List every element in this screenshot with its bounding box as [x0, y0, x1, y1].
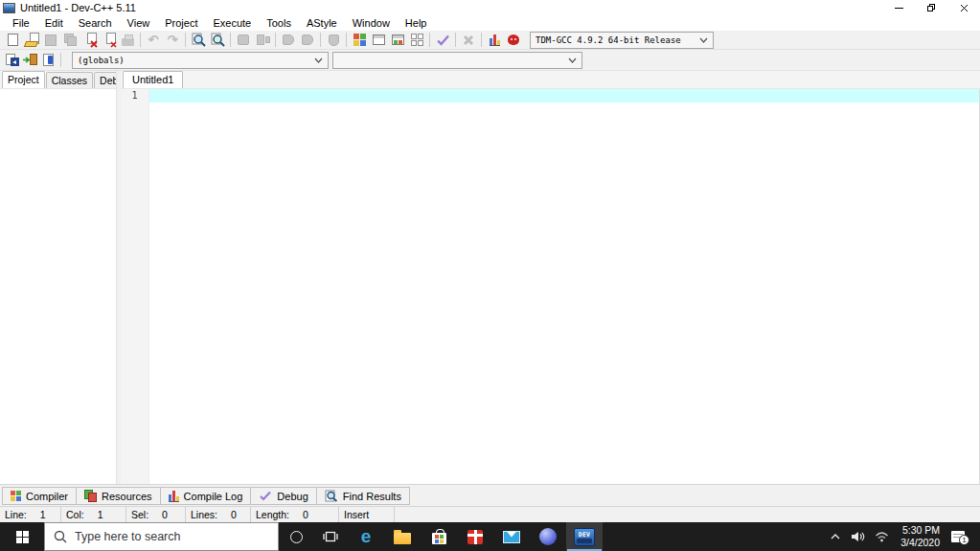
current-line-highlight [149, 89, 979, 103]
save-all-button[interactable] [60, 32, 80, 49]
taskbar-mail[interactable] [493, 522, 530, 551]
action-center-button[interactable]: 1 [946, 531, 975, 542]
remove-from-project-button[interactable] [369, 32, 388, 49]
restore-button[interactable] [915, 0, 947, 15]
tray-network-button[interactable] [870, 531, 894, 542]
rebuild-button[interactable] [298, 32, 317, 49]
tab-resources-label: Resources [102, 491, 152, 502]
taskbar-search[interactable] [44, 522, 279, 551]
syntax-check-icon [436, 34, 450, 46]
line-number-gutter: 1 [121, 89, 149, 484]
menu-execute[interactable]: Execute [205, 15, 259, 31]
tab-classes[interactable]: Classes [46, 72, 93, 88]
taskbar-devcpp[interactable]: DEV [566, 522, 603, 551]
toggle-bookmarks-icon [23, 54, 37, 66]
close-file-button[interactable] [80, 32, 99, 49]
member-select[interactable] [332, 52, 582, 69]
project-properties-button[interactable] [407, 32, 426, 49]
redo-button[interactable]: ↷ [163, 32, 182, 49]
cortana-button[interactable] [279, 522, 313, 551]
profile-analysis-button[interactable] [485, 32, 504, 49]
run-button[interactable] [253, 32, 272, 49]
compiler-grid-icon [11, 491, 21, 501]
save-button[interactable] [41, 32, 60, 49]
taskbar-gift-app[interactable] [457, 522, 493, 551]
tab-find-results[interactable]: Find Results [316, 487, 410, 505]
project-tree-panel[interactable] [0, 89, 116, 484]
menu-view[interactable]: View [120, 15, 158, 31]
editor-tab-untitled1[interactable]: Untitled1 [123, 71, 183, 88]
undo-button[interactable]: ↶ [144, 32, 163, 49]
task-view-icon [323, 530, 338, 543]
clock-time: 5:30 PM [900, 524, 940, 537]
find-button[interactable] [189, 32, 208, 49]
compile-icon [238, 34, 249, 45]
menu-help[interactable]: Help [398, 15, 435, 31]
separator [481, 33, 482, 47]
compile-run-button[interactable] [279, 32, 298, 49]
specials-toolbar: (globals) [0, 50, 980, 71]
separator [185, 33, 186, 47]
goto-bookmarks-button[interactable] [39, 51, 57, 69]
status-mode-value: Insert [344, 509, 369, 520]
syntax-check-button[interactable] [433, 32, 452, 49]
replace-button[interactable] [208, 32, 227, 49]
tab-project[interactable]: Project [2, 71, 45, 88]
tab-compile-log[interactable]: Compile Log [160, 487, 252, 505]
close-button[interactable] [947, 0, 980, 15]
tab-resources[interactable]: Resources [76, 487, 161, 505]
network-icon [875, 531, 889, 542]
menu-astyle[interactable]: AStyle [299, 15, 345, 31]
close-all-button[interactable] [99, 32, 118, 49]
tray-show-hidden-button[interactable] [825, 533, 846, 540]
taskbar-store[interactable] [421, 522, 457, 551]
taskbar-file-explorer[interactable] [384, 522, 421, 551]
tray-volume-button[interactable] [846, 531, 870, 542]
start-button[interactable] [0, 522, 44, 551]
status-lines: Lines: 0 [186, 507, 251, 522]
status-line-label: Line: [5, 509, 27, 520]
add-to-project-button[interactable] [388, 32, 407, 49]
search-input[interactable] [75, 530, 257, 543]
new-project-button[interactable] [350, 32, 369, 49]
delete-profiling-button[interactable] [504, 32, 523, 49]
code-text-area[interactable] [149, 89, 979, 484]
delete-profiling-icon [508, 34, 519, 45]
compiler-profile-select[interactable]: TDM-GCC 4.9.2 64-bit Release [530, 32, 714, 49]
abort-compilation-button[interactable] [459, 32, 478, 49]
menu-tools[interactable]: Tools [259, 15, 299, 31]
insert-button[interactable] [3, 51, 21, 69]
status-empty [395, 507, 980, 522]
separator [455, 33, 456, 47]
new-file-button[interactable] [3, 32, 22, 49]
menu-file[interactable]: File [5, 15, 37, 31]
sidebar-tabs: Project Classes Debug [0, 71, 116, 89]
find-results-icon [325, 490, 338, 502]
close-file-icon [82, 33, 97, 47]
line-number: 1 [131, 90, 137, 101]
tab-compiler[interactable]: Compiler [2, 487, 77, 505]
menu-project[interactable]: Project [157, 15, 205, 31]
debug-button[interactable] [324, 32, 343, 49]
class-browser-select[interactable]: (globals) [72, 52, 329, 69]
menu-search[interactable]: Search [71, 15, 120, 31]
code-editor[interactable]: 1 [121, 89, 980, 484]
taskbar-edge[interactable]: e [348, 522, 384, 551]
tab-debug-bottom[interactable]: Debug [250, 487, 316, 505]
open-button[interactable] [22, 32, 41, 49]
taskbar-browser-app[interactable] [530, 522, 566, 551]
compile-button[interactable] [234, 32, 253, 49]
toggle-bookmarks-button[interactable] [21, 51, 39, 69]
menu-edit[interactable]: Edit [37, 15, 71, 31]
project-properties-icon [411, 34, 423, 46]
window-title: Untitled1 - Dev-C++ 5.11 [20, 2, 136, 13]
status-length-value: 0 [303, 509, 308, 520]
replace-icon [211, 33, 225, 47]
tray-clock[interactable]: 5:30 PM 3/4/2020 [900, 524, 940, 548]
separator [275, 33, 276, 47]
menu-window[interactable]: Window [345, 15, 398, 31]
print-button[interactable] [118, 32, 137, 49]
task-view-button[interactable] [313, 522, 348, 551]
status-col: Col: 1 [61, 507, 126, 522]
minimize-button[interactable] [882, 0, 915, 15]
